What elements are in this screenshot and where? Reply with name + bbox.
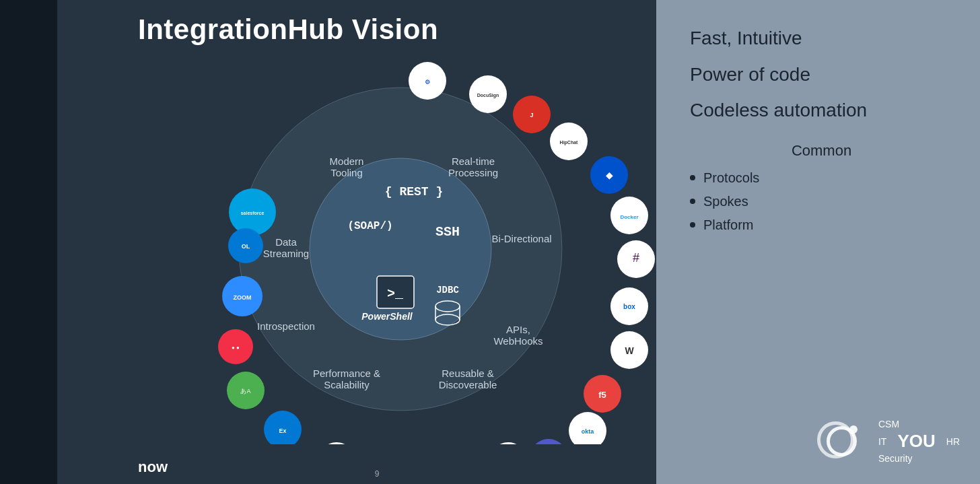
- svg-text:HipChat: HipChat: [560, 140, 579, 145]
- svg-text:Data: Data: [275, 236, 297, 248]
- bullet-dot-protocols: [690, 175, 695, 180]
- bottom-labels: CSM IT YOU HR Security: [878, 419, 960, 464]
- right-panel: Fast, Intuitive Power of code Codeless a…: [656, 0, 980, 484]
- it-label: IT: [878, 436, 886, 447]
- security-label: Security: [878, 453, 913, 464]
- bullet-dot-platform: [690, 222, 695, 228]
- bullet-protocols-text: Protocols: [703, 170, 759, 186]
- svg-text:box: box: [623, 303, 635, 310]
- svg-point-59: [318, 442, 355, 444]
- bottom-label-row-1: CSM: [878, 419, 960, 429]
- svg-text:Ex: Ex: [279, 427, 286, 434]
- svg-text:◆: ◆: [606, 170, 613, 180]
- common-section-title: Common: [690, 142, 953, 160]
- svg-text:OL: OL: [242, 243, 250, 250]
- diagram-container: Modern Tooling Real-time Processing Data…: [138, 40, 690, 458]
- svg-text:Streaming: Streaming: [263, 248, 309, 259]
- right-panel-content: Fast, Intuitive Power of code Codeless a…: [656, 0, 980, 261]
- svg-text:Real-time: Real-time: [452, 155, 495, 167]
- feature-power-of-code: Power of code: [690, 63, 953, 86]
- svg-text:Introspection: Introspection: [257, 320, 315, 332]
- svg-text:Scalability: Scalability: [324, 379, 370, 390]
- svg-text:Docker: Docker: [620, 214, 638, 220]
- you-label: YOU: [897, 431, 935, 452]
- svg-text:Discoverable: Discoverable: [439, 379, 497, 390]
- svg-text:DocuSign: DocuSign: [477, 93, 499, 98]
- bottom-label-row-2: IT YOU HR: [878, 431, 960, 452]
- oc-dot: [849, 425, 858, 434]
- bullet-dot-spokes: [690, 199, 695, 204]
- bottom-label-row-3: Security: [878, 453, 960, 464]
- sidebar: [0, 0, 57, 484]
- csm-label: CSM: [878, 419, 899, 429]
- page-number: 9: [375, 469, 380, 479]
- right-panel-bottom: CSM IT YOU HR Security: [817, 419, 960, 464]
- svg-text:● ●: ● ●: [232, 345, 240, 351]
- bullet-platform: Platform: [690, 217, 953, 233]
- oc-logo: [817, 421, 868, 462]
- svg-text:Processing: Processing: [448, 167, 498, 178]
- bullet-protocols: Protocols: [690, 170, 953, 186]
- svg-text:APIs,: APIs,: [506, 324, 530, 335]
- bullet-platform-text: Platform: [703, 217, 753, 233]
- svg-text:PowerShell: PowerShell: [361, 311, 413, 322]
- svg-text:Modern: Modern: [330, 155, 364, 167]
- feature-codeless-automation: Codeless automation: [690, 99, 953, 122]
- svg-text:WebHooks: WebHooks: [493, 335, 542, 347]
- feature-fast-intuitive: Fast, Intuitive: [690, 27, 953, 50]
- svg-text:okta: okta: [582, 428, 595, 435]
- svg-point-65: [530, 439, 567, 444]
- now-logo: now: [138, 458, 168, 476]
- hr-label: HR: [946, 436, 960, 447]
- bullet-spokes-text: Spokes: [703, 194, 748, 209]
- svg-text:>_: >_: [387, 286, 404, 302]
- svg-text:Performance &: Performance &: [313, 368, 380, 379]
- svg-text:JDBC: JDBC: [436, 285, 459, 296]
- bullet-spokes: Spokes: [690, 194, 953, 209]
- svg-text:Tooling: Tooling: [330, 167, 363, 178]
- diagram-svg: Modern Tooling Real-time Processing Data…: [138, 40, 690, 444]
- svg-text:f5: f5: [598, 390, 606, 400]
- svg-text:ZOOM: ZOOM: [234, 294, 252, 301]
- svg-text:salesforce: salesforce: [241, 211, 265, 215]
- svg-text:{ REST }: { REST }: [385, 185, 443, 199]
- svg-point-63: [489, 442, 527, 444]
- main-content: IntegrationHub Vision Modern Tooling Rea…: [57, 0, 656, 484]
- svg-text:あA: あA: [240, 388, 250, 394]
- svg-text:J: J: [530, 112, 533, 118]
- svg-text:⚙: ⚙: [425, 79, 430, 85]
- svg-text:Reusable &: Reusable &: [442, 368, 494, 379]
- svg-text:Bi-Directional: Bi-Directional: [491, 233, 551, 244]
- svg-text:(SOAP/): (SOAP/): [347, 220, 392, 232]
- svg-text:SSH: SSH: [435, 224, 460, 240]
- svg-text:W: W: [625, 345, 634, 356]
- svg-text:#: #: [633, 251, 639, 265]
